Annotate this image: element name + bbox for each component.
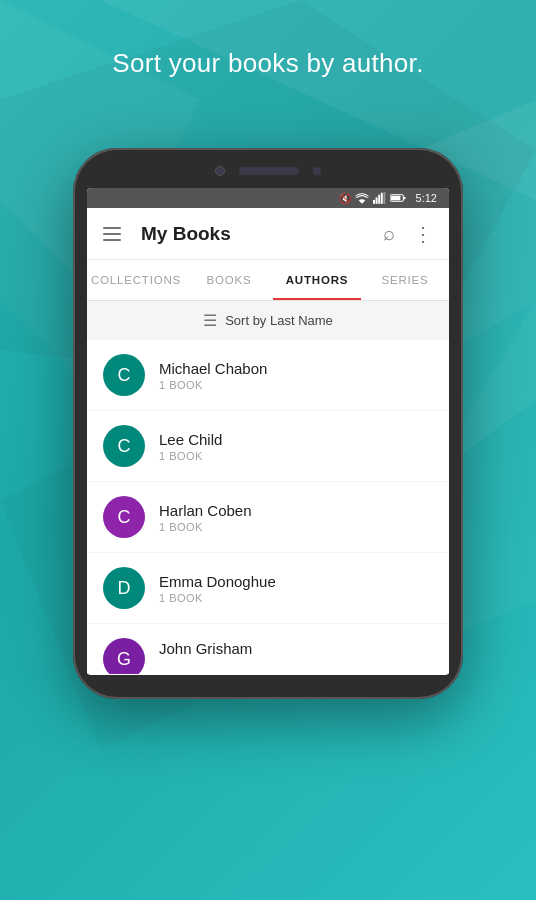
- author-name-child: Lee Child: [159, 431, 433, 448]
- author-name-coben: Harlan Coben: [159, 502, 433, 519]
- svg-rect-13: [391, 196, 400, 201]
- mute-icon: 🔇: [339, 193, 351, 204]
- search-icon[interactable]: ⌕: [383, 222, 395, 245]
- tab-series[interactable]: SERIES: [361, 260, 449, 300]
- app-bar-actions: ⌕ ⋮: [383, 222, 433, 246]
- app-bar: My Books ⌕ ⋮: [87, 208, 449, 260]
- author-list: C Michael Chabon 1 BOOK C Lee Child 1 BO…: [87, 340, 449, 674]
- svg-rect-11: [383, 192, 385, 204]
- author-count-chabon: 1 BOOK: [159, 379, 433, 391]
- speaker: [239, 167, 299, 175]
- sort-icon: ☰: [203, 311, 217, 330]
- sensor: [313, 167, 321, 175]
- svg-rect-10: [380, 193, 382, 204]
- svg-rect-8: [375, 197, 377, 204]
- wifi-icon: [355, 192, 369, 204]
- status-time: 5:12: [416, 192, 437, 204]
- author-info-coben: Harlan Coben 1 BOOK: [159, 502, 433, 533]
- author-name-donoghue: Emma Donoghue: [159, 573, 433, 590]
- signal-icon: [373, 192, 386, 204]
- author-avatar-donoghue: D: [103, 567, 145, 609]
- phone-top-bar: [87, 166, 449, 176]
- svg-rect-7: [373, 200, 375, 204]
- author-avatar-grisham: G: [103, 638, 145, 674]
- author-info-donoghue: Emma Donoghue 1 BOOK: [159, 573, 433, 604]
- svg-rect-9: [378, 195, 380, 204]
- svg-rect-14: [403, 197, 405, 200]
- author-item-coben[interactable]: C Harlan Coben 1 BOOK: [87, 482, 449, 552]
- hamburger-menu[interactable]: [103, 227, 121, 241]
- battery-icon: [390, 193, 406, 203]
- phone-frame: 🔇 5:12: [73, 148, 463, 699]
- status-icons: 🔇: [339, 192, 406, 204]
- status-bar: 🔇 5:12: [87, 188, 449, 208]
- phone-screen: 🔇 5:12: [87, 188, 449, 675]
- author-item-chabon[interactable]: C Michael Chabon 1 BOOK: [87, 340, 449, 410]
- sort-label: Sort by Last Name: [225, 313, 333, 328]
- author-info-chabon: Michael Chabon 1 BOOK: [159, 360, 433, 391]
- hero-text: Sort your books by author.: [0, 48, 536, 79]
- app-title: My Books: [141, 223, 383, 245]
- sort-bar[interactable]: ☰ Sort by Last Name: [87, 301, 449, 340]
- more-options-icon[interactable]: ⋮: [413, 222, 433, 246]
- author-info-child: Lee Child 1 BOOK: [159, 431, 433, 462]
- author-name-chabon: Michael Chabon: [159, 360, 433, 377]
- author-name-grisham: John Grisham: [159, 640, 433, 657]
- tab-books[interactable]: BOOKS: [185, 260, 273, 300]
- author-info-grisham: John Grisham: [159, 640, 433, 659]
- tab-authors[interactable]: AUTHORS: [273, 260, 361, 300]
- author-count-donoghue: 1 BOOK: [159, 592, 433, 604]
- author-avatar-chabon: C: [103, 354, 145, 396]
- author-item-grisham[interactable]: G John Grisham: [87, 624, 449, 674]
- author-avatar-child: C: [103, 425, 145, 467]
- tabs-bar: COLLECTIONS BOOKS AUTHORS SERIES: [87, 260, 449, 301]
- camera-icon: [215, 166, 225, 176]
- author-item-child[interactable]: C Lee Child 1 BOOK: [87, 411, 449, 481]
- author-count-child: 1 BOOK: [159, 450, 433, 462]
- tab-collections[interactable]: COLLECTIONS: [87, 260, 185, 300]
- author-avatar-coben: C: [103, 496, 145, 538]
- author-count-coben: 1 BOOK: [159, 521, 433, 533]
- author-item-donoghue[interactable]: D Emma Donoghue 1 BOOK: [87, 553, 449, 623]
